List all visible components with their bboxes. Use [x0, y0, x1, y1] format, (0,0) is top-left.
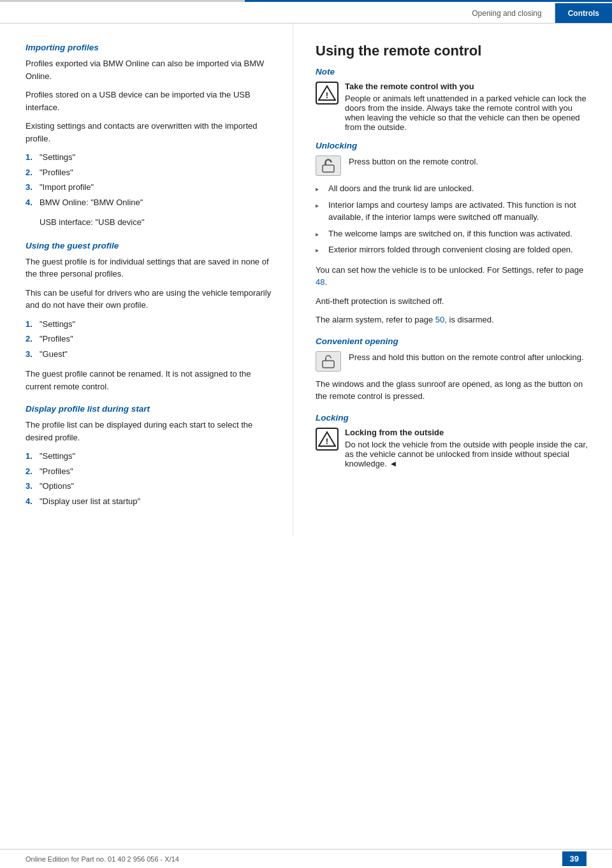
guest-title: Using the guest profile: [26, 241, 273, 250]
content-wrapper: Importing profiles Profiles exported via…: [0, 24, 612, 537]
importing-para2: Profiles stored on a USB device can be i…: [26, 89, 273, 113]
note-text1: Take the remote control with you: [345, 82, 593, 91]
unlocking-para2: Anti-theft protection is switched off.: [316, 295, 593, 308]
top-border: [0, 0, 612, 2]
footer-text: Online Edition for Part no. 01 40 2 956 …: [26, 855, 179, 863]
note-text2: People or animals left unattended in a p…: [345, 94, 593, 132]
importing-sub: USB interface: "USB device": [40, 216, 273, 229]
unlocking-bullets-list: ▸ All doors and the trunk lid are unlock…: [316, 182, 593, 256]
importing-title: Importing profiles: [26, 43, 273, 52]
warning-icon: !: [316, 82, 339, 105]
arrow-icon: ▸: [316, 229, 323, 240]
list-item: ▸ Exterior mirrors folded through conven…: [316, 243, 593, 256]
unlocking-para3: The alarm system, refer to page 50, is d…: [316, 314, 593, 326]
svg-text:!: !: [326, 437, 328, 446]
convenient-section: Convenient opening Press and hold this b…: [316, 336, 593, 403]
locking-title: Locking: [316, 413, 593, 423]
locking-warn1: Locking from the outside: [345, 428, 593, 437]
display-para1: The profile list can be displayed during…: [26, 419, 273, 444]
unlock-icon: [316, 156, 341, 176]
list-item: 2. "Profiles": [26, 465, 273, 478]
list-item: 1. "Settings": [26, 151, 273, 164]
header-nav-controls[interactable]: Controls: [555, 3, 612, 23]
svg-text:!: !: [326, 90, 328, 100]
locking-text: Locking from the outside Do not lock the…: [345, 428, 593, 468]
guest-para3: The guest profile cannot be renamed. It …: [26, 368, 273, 393]
header-nav: Opening and closing Controls: [459, 3, 612, 23]
end-triangle: ◄: [387, 459, 397, 468]
arrow-icon: ▸: [316, 184, 323, 195]
left-column: Importing profiles Profiles exported via…: [0, 24, 293, 537]
arrow-icon: ▸: [316, 201, 323, 224]
list-item: ▸ All doors and the trunk lid are unlock…: [316, 182, 593, 195]
display-section: Display profile list during start The pr…: [26, 404, 273, 507]
locking-note-block: ! Locking from the outside Do not lock t…: [316, 428, 593, 468]
importing-section: Importing profiles Profiles exported via…: [26, 43, 273, 229]
convenient-intro-text: Press and hold this button on the remote…: [349, 351, 584, 364]
guest-steps-list: 1. "Settings" 2. "Profiles" 3. "Guest": [26, 318, 273, 361]
locking-warn2: Do not lock the vehicle from the outside…: [345, 440, 593, 468]
guest-para2: This can be useful for drivers who are u…: [26, 287, 273, 312]
header: Opening and closing Controls: [0, 3, 612, 24]
list-item: ▸ The welcome lamps are switched on, if …: [316, 228, 593, 240]
unlocking-intro-block: Press button on the remote control.: [316, 156, 593, 176]
note-block: ! Take the remote control with you Peopl…: [316, 82, 593, 132]
guest-section: Using the guest profile The guest profil…: [26, 241, 273, 393]
display-title: Display profile list during start: [26, 404, 273, 414]
list-item: 2. "Profiles": [26, 166, 273, 179]
convenient-intro-block: Press and hold this button on the remote…: [316, 351, 593, 372]
main-title: Using the remote control: [316, 43, 593, 59]
list-item: 2. "Profiles": [26, 333, 273, 345]
importing-para3: Existing settings and contacts are overw…: [26, 120, 273, 145]
guest-para1: The guest profile is for individual sett…: [26, 256, 273, 280]
list-item: 1. "Settings": [26, 450, 273, 463]
list-item: 1. "Settings": [26, 318, 273, 331]
unlocking-intro-text: Press button on the remote control.: [349, 156, 478, 168]
note-heading: Note: [316, 67, 593, 76]
display-steps-list: 1. "Settings" 2. "Profiles" 3. "Options"…: [26, 450, 273, 507]
list-item: 3. "Import profile": [26, 181, 273, 194]
convenient-para1: The windows and the glass sunroof are op…: [316, 378, 593, 403]
list-item: 4. BMW Online: "BMW Online": [26, 196, 273, 209]
note-text: Take the remote control with you People …: [345, 82, 593, 132]
locking-warning-icon: !: [316, 428, 339, 451]
footer: Online Edition for Part no. 01 40 2 956 …: [0, 849, 612, 868]
svg-rect-4: [323, 361, 334, 368]
locking-section: Locking ! Locking from the outside Do no…: [316, 413, 593, 468]
page-number: 39: [562, 851, 586, 866]
importing-para1: Profiles exported via BMW Online can als…: [26, 57, 273, 82]
unlocking-section: Unlocking Press button on the remote con…: [316, 141, 593, 326]
svg-rect-2: [323, 165, 334, 172]
importing-steps-list: 1. "Settings" 2. "Profiles" 3. "Import p…: [26, 151, 273, 208]
list-item: 4. "Display user list at startup": [26, 495, 273, 508]
convenient-lock-icon: [316, 351, 341, 372]
unlocking-para1: You can set how the vehicle is to be unl…: [316, 264, 593, 289]
right-column: Using the remote control Note ! Take the…: [293, 24, 612, 537]
convenient-title: Convenient opening: [316, 336, 593, 346]
arrow-icon: ▸: [316, 245, 323, 256]
list-item: ▸ Interior lamps and courtesy lamps are …: [316, 199, 593, 224]
list-item: 3. "Options": [26, 480, 273, 493]
list-item: 3. "Guest": [26, 348, 273, 361]
unlocking-title: Unlocking: [316, 141, 593, 150]
header-nav-opening[interactable]: Opening and closing: [459, 3, 554, 23]
